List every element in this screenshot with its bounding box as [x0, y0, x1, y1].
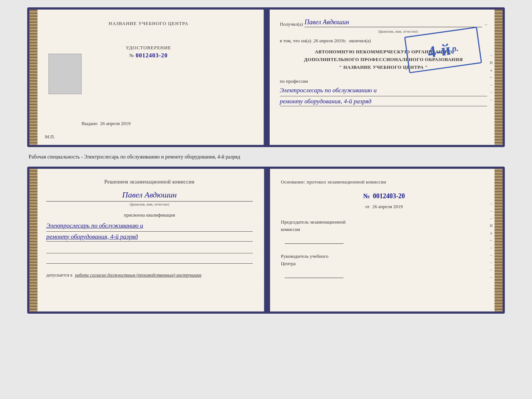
issued-line: Выдано 26 апреля 2019	[45, 121, 252, 127]
blank-line-1	[46, 245, 253, 253]
chairman-block: Председатель экзаменационной комиссии	[281, 218, 488, 244]
protocol-prefix: №	[363, 192, 370, 200]
dopusk-label: допускается к	[46, 272, 72, 278]
bottom-book-spine	[264, 169, 270, 311]
side-char-4: ←	[489, 75, 493, 79]
bottom-side-char-2: –	[490, 209, 492, 213]
bottom-side-char-1: –	[490, 201, 492, 206]
top-left-page: НАЗВАНИЕ УЧЕБНОГО ЦЕНТРА УДОСТОВЕРЕНИЕ №…	[37, 10, 264, 145]
okonchill-label: окончил(а)	[349, 38, 371, 44]
dopusk-block: допускается к работе согласно должностны…	[46, 272, 253, 278]
bottom-side-char-8: –	[490, 253, 492, 257]
book-spine	[264, 10, 270, 145]
bottom-right-edge-decoration	[495, 169, 503, 311]
profession-label: по профессии	[280, 78, 488, 84]
protocol-number-block: № 0012403-20	[281, 192, 488, 200]
org-line2: ДОПОЛНИТЕЛЬНОГО ПРОФЕССИОНАЛЬНОГО ОБРАЗО…	[280, 56, 488, 64]
bottom-certificate-spread: Решением экзаменационной комиссии Павел …	[27, 167, 505, 314]
director-line2: Центра	[281, 260, 488, 267]
chairman-title: Председатель экзаменационной комиссии	[281, 218, 488, 233]
fio-hint-bottom: (фамилия, имя, отчество)	[46, 202, 253, 206]
recipient-name: Павел Авдюшин	[305, 18, 482, 27]
issued-label: Выдано	[82, 121, 97, 126]
fio-hint-top: (фамилия, имя, отчество)	[309, 29, 488, 33]
chairman-line1: Председатель экзаменационной	[281, 218, 488, 226]
bottom-side-char-7: –	[490, 245, 492, 250]
bottom-side-char-4: И	[490, 223, 493, 228]
bottom-side-char-3: –	[490, 216, 492, 220]
org-block: АВТОНОМНУЮ НЕКОММЕРЧЕСКУЮ ОРГАНИЗАЦИЮ ДО…	[280, 48, 488, 71]
profession-line1: Электрослесарь по обслуживанию и	[280, 86, 488, 96]
bottom-right-side-chars: – – – И а ← – – – – –	[488, 169, 495, 311]
director-line1: Руководитель учебного	[281, 253, 488, 260]
ot-date-block: от 26 апреля 2019	[281, 204, 488, 210]
person-name-large: Павел Авдюшин	[46, 190, 253, 202]
top-center-title: НАЗВАНИЕ УЧЕБНОГО ЦЕНТРА	[109, 21, 188, 26]
side-char-1: –	[490, 53, 492, 57]
cert-number-prefix: №	[129, 53, 134, 58]
caption-text: Рабочая специальность - Электрослесарь п…	[27, 153, 505, 161]
blank-line-2	[46, 256, 253, 264]
profession-block: по профессии Электрослесарь по обслужива…	[280, 78, 488, 106]
side-char-3: а	[490, 68, 492, 72]
bottom-side-char-5: а	[490, 231, 492, 235]
bottom-side-char-6: ←	[489, 238, 493, 242]
director-block: Руководитель учебного Центра	[281, 253, 488, 278]
chairman-signature-line	[285, 236, 344, 244]
side-char-6: –	[490, 90, 492, 94]
cert-label: УДОСТОВЕРЕНИЕ	[126, 45, 171, 51]
ot-prefix: от	[365, 204, 370, 209]
blank-lines	[46, 245, 253, 266]
qualification-line2: ремонту оборудования, 4-й разряд	[46, 233, 253, 242]
top-right-page: 4-й р. Получил(а) Павел Авдюшин – (фамил…	[270, 10, 495, 145]
bottom-side-char-11: –	[490, 275, 492, 279]
side-char-7: –	[490, 97, 492, 101]
protocol-number: 0012403-20	[373, 192, 405, 200]
top-certificate-spread: НАЗВАНИЕ УЧЕБНОГО ЦЕНТРА УДОСТОВЕРЕНИЕ №…	[27, 7, 505, 147]
cert-number-block: УДОСТОВЕРЕНИЕ № 0012403-20	[126, 45, 171, 59]
dopusk-text: работе согласно должностным (производств…	[75, 272, 201, 278]
cert-number: 0012403-20	[136, 52, 168, 59]
bottom-side-char-9: –	[490, 260, 492, 264]
mp-label: М.П.	[45, 134, 55, 140]
right-side-chars: – И а ← – – –	[488, 10, 495, 145]
assigned-label: присвоена квалификация	[46, 212, 253, 218]
bottom-left-edge-decoration	[29, 169, 37, 311]
director-signature-line	[285, 270, 344, 278]
bottom-right-page: Основание: протокол экзаменационной коми…	[270, 169, 495, 311]
bottom-left-page: Решением экзаменационной комиссии Павел …	[37, 169, 264, 311]
osnov-label: Основание: протокол экзаменационной коми…	[281, 179, 488, 185]
photo-placeholder	[48, 54, 82, 94]
vtom-label: в том, что он(а)	[280, 38, 312, 44]
issued-date: 26 апреля 2019	[100, 121, 131, 126]
bottom-side-char-10: –	[490, 267, 492, 272]
left-edge-decoration	[29, 10, 37, 145]
recipient-label: Получил(а)	[280, 21, 303, 27]
ot-date: 26 апреля 2019	[372, 204, 403, 209]
qualification-line1: Электрослесарь по обслуживанию и	[46, 221, 253, 232]
right-edge-decoration	[495, 10, 503, 145]
org-line3: " НАЗВАНИЕ УЧЕБНОГО ЦЕНТРА "	[280, 64, 488, 71]
caption-main: Рабочая специальность - Электрослесарь п…	[29, 154, 240, 160]
org-line1: АВТОНОМНУЮ НЕКОММЕРЧЕСКУЮ ОРГАНИЗАЦИЮ	[280, 48, 488, 56]
profession-line2: ремонту оборудования, 4-й разряд	[280, 98, 488, 106]
chairman-line2: комиссии	[281, 226, 488, 233]
vtom-date: 26 апреля 2019г.	[313, 38, 346, 44]
side-char-2: И	[490, 60, 493, 65]
side-char-5: –	[490, 82, 492, 87]
director-title: Руководитель учебного Центра	[281, 253, 488, 267]
recipient-line: Получил(а) Павел Авдюшин –	[280, 18, 488, 27]
decision-title: Решением экзаменационной комиссии	[46, 179, 253, 185]
vtom-line: в том, что он(а) 26 апреля 2019г. окончи…	[280, 38, 488, 44]
